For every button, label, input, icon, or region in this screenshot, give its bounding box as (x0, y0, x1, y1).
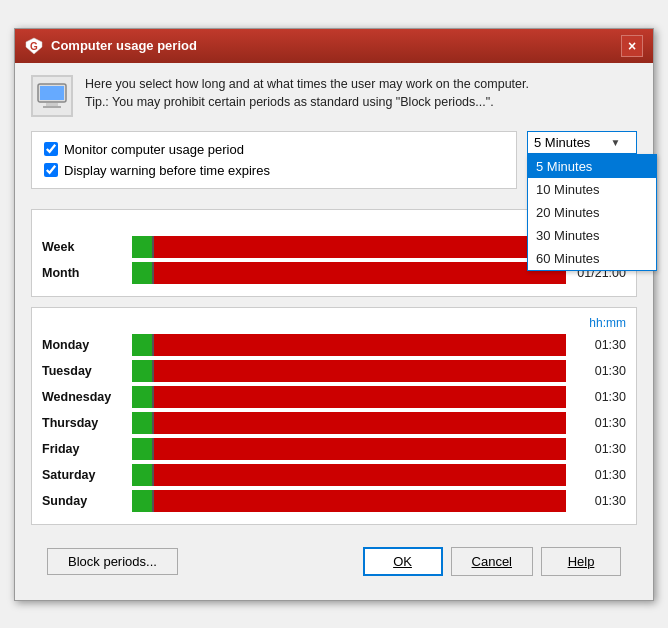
monitor-checkbox[interactable] (44, 142, 58, 156)
friday-bar-sep (152, 438, 154, 460)
monday-bar (132, 334, 566, 356)
dropdown-option-0[interactable]: 5 Minutes (528, 155, 656, 178)
info-icon (31, 75, 73, 117)
dropdown-menu: 5 Minutes 10 Minutes 20 Minutes 30 Minut… (527, 154, 657, 271)
cancel-label: Cancel (472, 554, 512, 569)
computer-usage-dialog: G Computer usage period × Here you selec… (14, 28, 654, 601)
friday-label: Friday (42, 442, 132, 456)
month-bar-green (132, 262, 152, 284)
dropdown-container[interactable]: 5 Minutes ▼ 5 Minutes 10 Minutes 20 Minu… (527, 131, 637, 154)
sunday-bar-green (132, 490, 152, 512)
monday-label: Monday (42, 338, 132, 352)
month-label: Month (42, 266, 132, 280)
friday-bar (132, 438, 566, 460)
dropdown-option-2[interactable]: 20 Minutes (528, 201, 656, 224)
saturday-bar-sep (152, 464, 154, 486)
ok-label: OK (393, 554, 412, 569)
friday-time: 01:30 (566, 442, 626, 456)
title-bar-left: G Computer usage period (25, 37, 197, 55)
friday-bar-green (132, 438, 152, 460)
thursday-bar-row: Thursday 01:30 (42, 412, 626, 434)
tuesday-bar-row: Tuesday 01:30 (42, 360, 626, 382)
thursday-time: 01:30 (566, 416, 626, 430)
monitor-label: Monitor computer usage period (64, 142, 244, 157)
help-label: Help (568, 554, 595, 569)
svg-rect-5 (43, 106, 61, 108)
tuesday-label: Tuesday (42, 364, 132, 378)
saturday-bar-row: Saturday 01:30 (42, 464, 626, 486)
saturday-time: 01:30 (566, 468, 626, 482)
svg-rect-4 (46, 103, 58, 106)
svg-text:G: G (30, 41, 38, 52)
info-text-line1: Here you select how long and at what tim… (85, 75, 529, 94)
tuesday-bar (132, 360, 566, 382)
week-bar (132, 236, 566, 258)
sunday-time: 01:30 (566, 494, 626, 508)
tuesday-time: 01:30 (566, 364, 626, 378)
wednesday-label: Wednesday (42, 390, 132, 404)
monday-time: 01:30 (566, 338, 626, 352)
warning-checkbox-row: Display warning before time expires (44, 163, 504, 178)
info-text-line2: Tip.: You may prohibit certain periods a… (85, 93, 529, 112)
dropdown-current-value: 5 Minutes (534, 135, 590, 150)
warning-label: Display warning before time expires (64, 163, 270, 178)
ok-button[interactable]: OK (363, 547, 443, 576)
dropdown-option-3[interactable]: 30 Minutes (528, 224, 656, 247)
title-bar: G Computer usage period × (15, 29, 653, 63)
thursday-label: Thursday (42, 416, 132, 430)
saturday-label: Saturday (42, 468, 132, 482)
month-bar (132, 262, 566, 284)
friday-bar-row: Friday 01:30 (42, 438, 626, 460)
block-periods-button[interactable]: Block periods... (47, 548, 178, 575)
sunday-bar-sep (152, 490, 154, 512)
dialog-content: Here you select how long and at what tim… (15, 63, 653, 600)
saturday-bar (132, 464, 566, 486)
monday-bar-green (132, 334, 152, 356)
week-bar-green (132, 236, 152, 258)
dropdown-area: 5 Minutes ▼ 5 Minutes 10 Minutes 20 Minu… (527, 131, 637, 154)
svg-rect-3 (40, 86, 64, 100)
footer-right: OK Cancel Help (363, 547, 621, 576)
saturday-bar-green (132, 464, 152, 486)
cancel-button[interactable]: Cancel (451, 547, 533, 576)
tuesday-bar-green (132, 360, 152, 382)
close-button[interactable]: × (621, 35, 643, 57)
computer-icon (36, 80, 68, 112)
help-button[interactable]: Help (541, 547, 621, 576)
wednesday-bar-green (132, 386, 152, 408)
monday-bar-row: Monday 01:30 (42, 334, 626, 356)
dropdown-option-4[interactable]: 60 Minutes (528, 247, 656, 270)
month-bar-separator (152, 262, 154, 284)
wednesday-time: 01:30 (566, 390, 626, 404)
warning-left: Display warning before time expires (44, 163, 270, 178)
hhmm-header-label: hh:mm (42, 316, 626, 330)
dropdown-arrow-icon: ▼ (610, 137, 620, 148)
monday-bar-sep (152, 334, 154, 356)
shield-icon: G (25, 37, 43, 55)
tuesday-bar-sep (152, 360, 154, 382)
week-bar-separator (152, 236, 154, 258)
dropdown-button[interactable]: 5 Minutes ▼ (527, 131, 637, 154)
monitor-checkbox-row: Monitor computer usage period (44, 142, 504, 157)
warning-checkbox[interactable] (44, 163, 58, 177)
sunday-bar (132, 490, 566, 512)
dialog-title: Computer usage period (51, 38, 197, 53)
sunday-bar-row: Sunday 01:30 (42, 490, 626, 512)
daily-bars-section: hh:mm Monday 01:30 Tuesday 01:30 Wednesd… (31, 307, 637, 525)
week-label: Week (42, 240, 132, 254)
wednesday-bar (132, 386, 566, 408)
info-text-block: Here you select how long and at what tim… (85, 75, 529, 113)
dropdown-option-1[interactable]: 10 Minutes (528, 178, 656, 201)
thursday-bar-sep (152, 412, 154, 434)
thursday-bar-green (132, 412, 152, 434)
footer: Block periods... OK Cancel Help (31, 539, 637, 588)
wednesday-bar-sep (152, 386, 154, 408)
wednesday-bar-row: Wednesday 01:30 (42, 386, 626, 408)
info-section: Here you select how long and at what tim… (31, 75, 637, 117)
sunday-label: Sunday (42, 494, 132, 508)
thursday-bar (132, 412, 566, 434)
checkboxes-section: Monitor computer usage period Display wa… (31, 131, 517, 189)
